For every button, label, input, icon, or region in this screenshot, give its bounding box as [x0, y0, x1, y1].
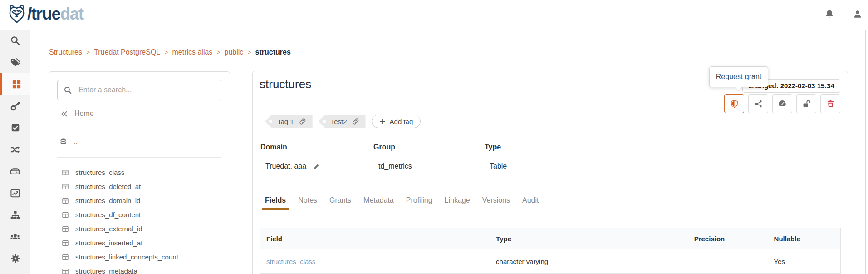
column-header-precision: Precision — [688, 228, 768, 249]
breadcrumb-separator: > — [216, 49, 220, 56]
field-type-cell: character varying — [490, 249, 688, 274]
breadcrumb-separator: > — [164, 49, 168, 56]
group-section: Group td_metrics — [373, 139, 476, 170]
breadcrumb-link-system[interactable]: Truedat PostgreSQL — [94, 48, 160, 56]
browser-home-link[interactable]: Home — [60, 108, 94, 119]
sidebar-item-taxonomy[interactable] — [0, 204, 30, 226]
share-button[interactable] — [748, 94, 768, 113]
divider — [366, 139, 366, 183]
tab-profiling[interactable]: Profiling — [406, 193, 432, 209]
key-icon — [10, 101, 20, 111]
add-tag-label: Add tag — [390, 118, 413, 125]
tab-fields[interactable]: Fields — [265, 193, 286, 209]
column-header-nullable: Nullable — [768, 228, 841, 249]
detail-tabs: Fields Notes Grants Metadata Profiling L… — [260, 193, 840, 209]
hard-drive-icon — [10, 166, 20, 177]
scrollbar-track[interactable] — [865, 30, 866, 274]
sidebar-item-search[interactable] — [0, 30, 30, 51]
column-header-field: Field — [260, 228, 490, 249]
field-nullable-cell: Yes — [768, 249, 841, 274]
double-chevron-left-icon — [60, 110, 69, 118]
tag-label: Test2 — [331, 118, 347, 125]
link-icon[interactable] — [352, 118, 359, 125]
domain-label: Domain — [260, 143, 365, 151]
truedat-logo[interactable]: /truedat — [6, 4, 83, 25]
type-value: Table — [490, 162, 507, 170]
breadcrumb-link-database[interactable]: metrics alias — [172, 48, 212, 56]
request-grant-tooltip: Request grant — [709, 66, 768, 87]
table-icon — [62, 211, 69, 219]
tag-hole — [323, 120, 326, 123]
field-link[interactable]: structures_class — [266, 258, 315, 265]
sidebar-item-quality[interactable] — [0, 117, 30, 139]
structure-search-box — [57, 80, 221, 100]
sidebar-item-systems[interactable] — [0, 160, 30, 182]
field-precision-cell — [688, 249, 768, 274]
sidebar-item-permissions[interactable] — [0, 95, 30, 117]
search-input[interactable] — [78, 85, 215, 95]
tags-row: Tag 1 Test2 Add tag — [265, 115, 421, 128]
list-item[interactable]: structures_class — [49, 165, 230, 179]
list-item[interactable]: structures_metadata — [49, 264, 230, 274]
list-item[interactable]: structures_external_id — [49, 222, 230, 236]
sidebar-item-dashboards[interactable] — [0, 182, 30, 204]
logo-text: /truedat — [27, 4, 83, 25]
list-item[interactable]: structures_domain_id — [49, 194, 230, 208]
structure-field-list: structures_class structures_deleted_at s… — [49, 165, 230, 274]
list-item[interactable]: structures_inserted_at — [49, 236, 230, 250]
database-icon — [59, 138, 67, 145]
divider — [57, 157, 221, 158]
breadcrumb-separator: > — [247, 49, 251, 56]
list-item[interactable]: structures_df_content — [49, 208, 230, 222]
tab-versions[interactable]: Versions — [482, 193, 510, 209]
notifications-bell-icon[interactable] — [824, 9, 834, 19]
table-row: structures_class character varying Yes — [260, 249, 841, 274]
link-icon[interactable] — [299, 118, 306, 125]
request-grant-button[interactable] — [724, 94, 744, 113]
trash-icon — [826, 100, 835, 108]
shuffle-icon — [10, 144, 20, 155]
tab-grants[interactable]: Grants — [329, 193, 351, 209]
home-label: Home — [74, 110, 94, 118]
tab-linkage[interactable]: Linkage — [445, 193, 470, 209]
share-icon — [754, 100, 763, 108]
sidebar-item-structures[interactable] — [0, 73, 30, 95]
domain-section: Domain Truedat, aaa — [260, 139, 365, 170]
chart-line-icon — [10, 188, 20, 199]
group-value: td_metrics — [378, 162, 412, 170]
tag-chip[interactable]: Tag 1 — [265, 115, 313, 128]
user-account-icon[interactable] — [853, 9, 863, 19]
search-icon — [10, 35, 20, 46]
breadcrumb-link-schema[interactable]: public — [225, 48, 244, 56]
tab-notes[interactable]: Notes — [298, 193, 317, 209]
tab-metadata[interactable]: Metadata — [363, 193, 394, 209]
app-screen: /truedat — [0, 0, 868, 274]
browser-up-level[interactable]: .. — [59, 136, 78, 146]
divider — [57, 127, 221, 127]
breadcrumb-link-structures[interactable]: Structures — [49, 48, 82, 56]
type-section: Type Table — [485, 139, 584, 170]
list-item[interactable]: structures_deleted_at — [49, 179, 230, 194]
search-icon — [64, 86, 72, 95]
page-title: structures — [260, 77, 311, 91]
breadcrumb-current: structures — [255, 48, 291, 56]
unlock-button[interactable] — [796, 94, 816, 113]
sitemap-icon — [10, 210, 20, 220]
delete-button[interactable] — [820, 94, 840, 113]
table-icon — [62, 239, 69, 247]
sidebar-item-users[interactable] — [0, 226, 30, 248]
tag-chip[interactable]: Test2 — [319, 115, 366, 128]
grid-icon — [11, 79, 22, 90]
sidebar-item-lineage[interactable] — [0, 139, 30, 160]
sidebar-item-tags[interactable] — [0, 51, 30, 73]
table-icon — [62, 225, 69, 233]
edit-domain-pencil-icon[interactable] — [313, 163, 320, 170]
gear-icon — [10, 254, 20, 264]
profiling-button[interactable] — [772, 94, 792, 113]
tab-audit[interactable]: Audit — [522, 193, 539, 209]
table-icon — [62, 183, 69, 190]
add-tag-button[interactable]: Add tag — [372, 115, 421, 128]
sidebar-item-settings[interactable] — [0, 248, 30, 269]
column-header-type: Type — [490, 228, 688, 249]
list-item[interactable]: structures_linked_concepts_count — [49, 250, 230, 264]
